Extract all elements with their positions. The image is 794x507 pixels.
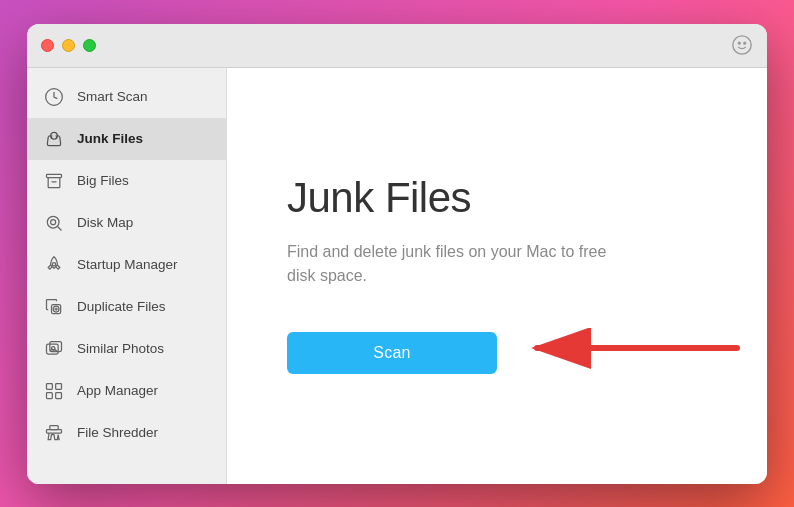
arrow-indicator xyxy=(527,328,747,378)
scan-area: Scan xyxy=(287,328,747,378)
smart-scan-label: Smart Scan xyxy=(77,89,148,104)
app-window: Smart Scan Junk Files xyxy=(27,24,767,484)
clock-icon xyxy=(43,86,65,108)
archive-icon xyxy=(43,170,65,192)
svg-rect-5 xyxy=(47,174,62,177)
svg-point-2 xyxy=(744,42,746,44)
photos-icon xyxy=(43,338,65,360)
svg-point-7 xyxy=(47,216,59,228)
big-files-label: Big Files xyxy=(77,173,129,188)
sidebar-item-junk-files[interactable]: Junk Files xyxy=(27,118,226,160)
app-manager-label: App Manager xyxy=(77,383,158,398)
shredder-icon xyxy=(43,422,65,444)
svg-line-8 xyxy=(58,226,62,230)
junk-files-label: Junk Files xyxy=(77,131,143,146)
sidebar-item-startup-manager[interactable]: Startup Manager xyxy=(27,244,226,286)
svg-point-1 xyxy=(738,42,740,44)
sidebar-item-file-shredder[interactable]: File Shredder xyxy=(27,412,226,454)
svg-point-9 xyxy=(51,219,56,224)
svg-rect-23 xyxy=(50,425,58,429)
red-arrow-icon xyxy=(527,328,747,378)
page-title: Junk Files xyxy=(287,174,747,222)
file-shredder-label: File Shredder xyxy=(77,425,158,440)
titlebar xyxy=(27,24,767,68)
sidebar-item-similar-photos[interactable]: Similar Photos xyxy=(27,328,226,370)
svg-point-10 xyxy=(52,262,55,265)
sidebar-item-smart-scan[interactable]: Smart Scan xyxy=(27,76,226,118)
svg-point-0 xyxy=(733,36,751,54)
duplicate-icon xyxy=(43,296,65,318)
sidebar: Smart Scan Junk Files xyxy=(27,68,227,484)
agent-icon xyxy=(43,128,65,150)
traffic-lights xyxy=(41,39,96,52)
svg-rect-18 xyxy=(47,383,53,389)
smiley-icon[interactable] xyxy=(731,34,753,56)
minimize-button[interactable] xyxy=(62,39,75,52)
rocket-icon xyxy=(43,254,65,276)
sidebar-item-app-manager[interactable]: App Manager xyxy=(27,370,226,412)
svg-rect-21 xyxy=(56,392,62,398)
svg-rect-19 xyxy=(56,383,62,389)
content-area: Smart Scan Junk Files xyxy=(27,68,767,484)
startup-manager-label: Startup Manager xyxy=(77,257,178,272)
main-content: Junk Files Find and delete junk files on… xyxy=(227,68,767,484)
close-button[interactable] xyxy=(41,39,54,52)
grid-icon xyxy=(43,380,65,402)
svg-rect-20 xyxy=(47,392,53,398)
disk-map-icon xyxy=(43,212,65,234)
similar-photos-label: Similar Photos xyxy=(77,341,164,356)
maximize-button[interactable] xyxy=(83,39,96,52)
duplicate-files-label: Duplicate Files xyxy=(77,299,166,314)
sidebar-item-disk-map[interactable]: Disk Map xyxy=(27,202,226,244)
scan-button[interactable]: Scan xyxy=(287,332,497,374)
page-description: Find and delete junk files on your Mac t… xyxy=(287,240,627,288)
sidebar-item-big-files[interactable]: Big Files xyxy=(27,160,226,202)
sidebar-item-duplicate-files[interactable]: Duplicate Files xyxy=(27,286,226,328)
disk-map-label: Disk Map xyxy=(77,215,133,230)
